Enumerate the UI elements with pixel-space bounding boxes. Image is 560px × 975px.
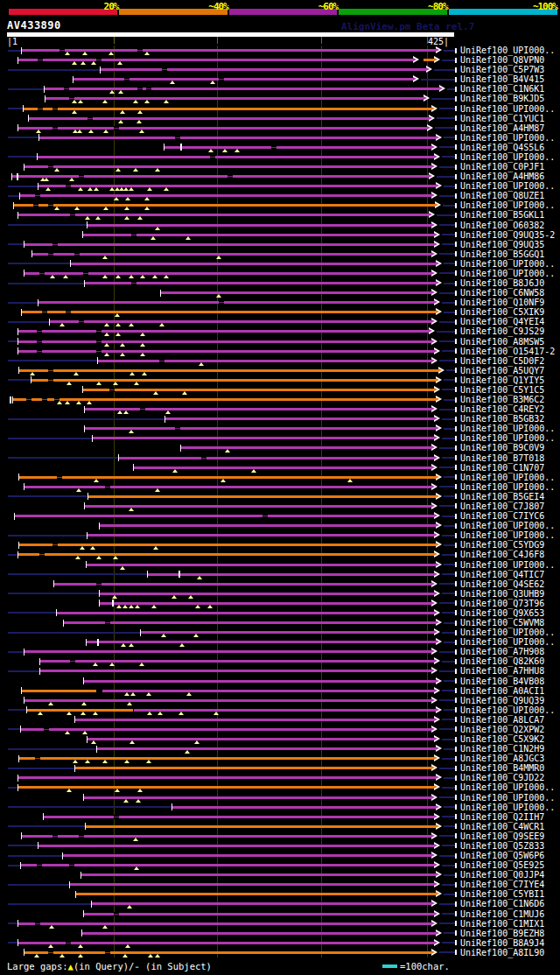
hsp-bar[interactable]: [92, 902, 431, 905]
hsp-bar[interactable]: [19, 369, 438, 372]
hit-label[interactable]: UniRef100_O60382: [460, 221, 544, 230]
hsp-bar[interactable]: [88, 534, 434, 537]
hit-label[interactable]: UniRef100_C4REY2: [460, 404, 544, 414]
hsp-bar[interactable]: [18, 214, 429, 216]
hit-label[interactable]: UniRef100_B4VB08: [460, 677, 544, 686]
hsp-bar[interactable]: [12, 175, 429, 178]
hsp-bar[interactable]: [15, 515, 434, 517]
hsp-bar[interactable]: [40, 670, 431, 672]
hit-label[interactable]: UniRef100_C5WVM8: [460, 618, 544, 628]
hit-label[interactable]: UniRef100_B9EZH8: [460, 929, 544, 938]
hsp-bar[interactable]: [44, 816, 434, 818]
hsp-bar[interactable]: [85, 505, 431, 508]
hsp-bar[interactable]: [18, 340, 431, 343]
hsp-bar[interactable]: [75, 719, 434, 721]
hit-label[interactable]: UniRef100_Q9UQ39: [460, 696, 544, 705]
hit-label[interactable]: UniRef100_Q9SEE9: [460, 831, 544, 841]
hit-label[interactable]: UniRef100_C4J6F8: [460, 550, 544, 559]
hit-label[interactable]: UniRef100_B5GGQ1: [460, 249, 544, 259]
hsp-bar[interactable]: [20, 194, 431, 197]
hit-label[interactable]: UniRef100_A0ACI1: [460, 686, 544, 696]
hsp-bar[interactable]: [98, 360, 431, 362]
hsp-bar[interactable]: [86, 825, 436, 828]
hsp-bar[interactable]: [93, 437, 434, 439]
hsp-bar[interactable]: [84, 913, 434, 915]
hit-label[interactable]: UniRef100_UPI000..: [460, 46, 555, 55]
hit-label[interactable]: UniRef100_C0PJF1: [460, 162, 544, 172]
hit-label[interactable]: UniRef100_A8JGC3: [460, 754, 544, 763]
hsp-bar[interactable]: [164, 146, 431, 149]
hsp-bar[interactable]: [71, 263, 436, 265]
hit-label[interactable]: UniRef100_UPI000..: [460, 530, 555, 540]
hsp-bar[interactable]: [134, 466, 431, 469]
hsp-bar[interactable]: [100, 593, 434, 595]
hsp-bar[interactable]: [39, 137, 436, 139]
hit-label[interactable]: UniRef100_Q4YEI4: [460, 317, 544, 326]
hit-label[interactable]: UniRef100_C5XIK9: [460, 307, 544, 317]
hit-label[interactable]: UniRef100_C1N6K1: [460, 84, 544, 94]
hsp-bar[interactable]: [57, 612, 434, 614]
hit-label[interactable]: UniRef100_Q9UQ35-2: [460, 230, 555, 240]
hsp-bar[interactable]: [24, 108, 431, 110]
hit-label[interactable]: UniRef100_B7T018: [460, 453, 544, 463]
hsp-bar[interactable]: [87, 564, 436, 566]
hsp-bar[interactable]: [100, 602, 431, 605]
hsp-bar[interactable]: [88, 224, 431, 227]
hit-label[interactable]: UniRef100_A7HHU8: [460, 666, 544, 676]
hit-label[interactable]: UniRef100_Q8VPN0: [460, 55, 544, 65]
hsp-bar[interactable]: [64, 621, 436, 624]
hsp-bar[interactable]: [32, 253, 431, 256]
hsp-bar[interactable]: [85, 282, 436, 284]
hsp-bar[interactable]: [84, 680, 436, 683]
hit-label[interactable]: UniRef100_C6NW58: [460, 288, 544, 298]
hsp-bar[interactable]: [102, 690, 434, 692]
hsp-bar[interactable]: [148, 573, 434, 576]
hit-label[interactable]: UniRef100_C5D0F2: [460, 356, 544, 366]
hit-label[interactable]: UniRef100_UPI000..: [460, 628, 555, 637]
hit-label[interactable]: UniRef100_Q4SE62: [460, 579, 544, 589]
hsp-bar[interactable]: [85, 408, 431, 410]
hit-label[interactable]: UniRef100_C1N707: [460, 463, 544, 473]
hit-label[interactable]: UniRef100_Q8UZE1: [460, 191, 544, 200]
hsp-bar[interactable]: [18, 350, 434, 353]
hsp-bar[interactable]: [85, 427, 436, 430]
hit-label[interactable]: UniRef100_UPI000..: [460, 424, 555, 433]
hsp-bar[interactable]: [100, 524, 436, 527]
hit-label[interactable]: UniRef100_UPI000..: [460, 637, 555, 647]
hsp-bar[interactable]: [38, 845, 434, 847]
hit-label[interactable]: UniRef100_C5YDG9: [460, 540, 544, 550]
hit-label[interactable]: UniRef100_A5UQY7: [460, 366, 544, 375]
hsp-bar[interactable]: [18, 786, 434, 789]
hit-label[interactable]: UniRef100_B5GB32: [460, 414, 544, 424]
hit-label[interactable]: UniRef100_Q82K60: [460, 656, 544, 666]
hsp-bar[interactable]: [38, 301, 434, 304]
hit-label[interactable]: UniRef100_C1MUJ6: [460, 909, 544, 919]
hit-label[interactable]: UniRef100_C1N2H9: [460, 744, 544, 754]
hit-label[interactable]: UniRef100_UPI000..: [460, 269, 555, 278]
hit-label[interactable]: UniRef100_C1N6D6: [460, 899, 544, 908]
hit-label[interactable]: UniRef100_UPI000..: [460, 433, 555, 443]
hsp-bar[interactable]: [70, 883, 434, 886]
hsp-bar[interactable]: [24, 650, 431, 653]
hit-label[interactable]: UniRef100_Q10NF9: [460, 298, 544, 307]
hit-label[interactable]: UniRef100_A8LCA7: [460, 715, 544, 725]
hit-label[interactable]: UniRef100_UPI000..: [460, 482, 555, 492]
hsp-bar[interactable]: [97, 747, 436, 750]
hit-label[interactable]: UniRef100_Q9X653: [460, 608, 544, 618]
hit-label[interactable]: UniRef100_C7IYC6: [460, 511, 544, 521]
hsp-bar[interactable]: [63, 854, 431, 857]
hsp-bar[interactable]: [172, 806, 436, 809]
hsp-bar[interactable]: [88, 738, 434, 740]
hit-label[interactable]: UniRef100_C5Y1C5: [460, 385, 544, 395]
hsp-bar[interactable]: [87, 641, 436, 643]
hsp-bar[interactable]: [18, 922, 431, 925]
hsp-bar[interactable]: [22, 311, 436, 313]
hsp-bar[interactable]: [81, 873, 436, 876]
hsp-bar[interactable]: [101, 68, 426, 71]
hsp-bar[interactable]: [181, 446, 431, 449]
hit-label[interactable]: UniRef100_Q5W6P6: [460, 851, 544, 860]
hit-label[interactable]: UniRef100_Q4S5L6: [460, 143, 544, 152]
hsp-bar[interactable]: [22, 690, 96, 692]
hit-label[interactable]: UniRef100_B5GEI4: [460, 492, 544, 502]
hit-label[interactable]: UniRef100_UPI000..: [460, 133, 555, 143]
